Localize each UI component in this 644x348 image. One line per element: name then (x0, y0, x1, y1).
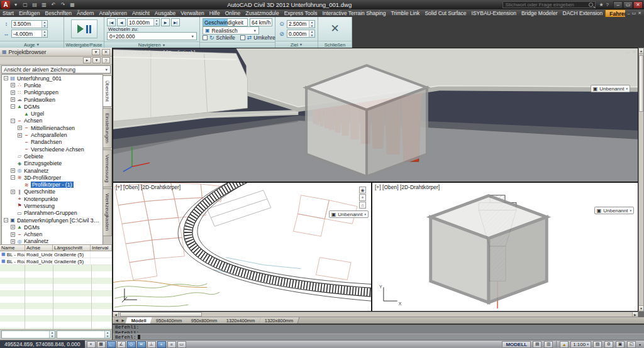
menu-tab-start[interactable]: Start (0, 9, 16, 17)
menu-tab-isybau-extension[interactable]: ISYBAU-Extension (469, 9, 519, 17)
tree-item-dgms[interactable]: +▲DGMs (2, 224, 103, 231)
annotation-scale-button[interactable]: 1:100▾ (570, 341, 591, 348)
step-back-button[interactable]: ◀ (117, 18, 126, 26)
table-row[interactable]: ▦BL - Road_IRoad_UnderpGradiente (5) (0, 251, 112, 258)
open-file-icon[interactable]: ▤ (31, 2, 38, 8)
viewcube-icon[interactable] (113, 56, 629, 182)
clean-screen-icon[interactable]: ◱ (627, 341, 636, 348)
otrack-icon[interactable]: ≍ (137, 341, 146, 348)
vertical-scrollbar[interactable]: ▲ ▼ (638, 48, 644, 312)
undo-icon[interactable]: ↶ (50, 2, 57, 8)
column-header-name[interactable]: Name (0, 245, 25, 251)
menu-tab-analysieren[interactable]: Analysieren (96, 9, 129, 17)
tree-item-kanalnetz[interactable]: +◎Kanalnetz (2, 238, 103, 244)
tree-item-querschnitte[interactable]: +∥Querschnitte (2, 188, 103, 195)
viewport-minimize-icon[interactable]: ▭ (626, 50, 630, 55)
navbar-viewport-main[interactable]: ▣ Unbenannt▾ (591, 85, 630, 92)
menu-tab-ansicht[interactable]: Ansicht (130, 9, 152, 17)
layout1-icon[interactable]: ▤ (533, 341, 541, 348)
hscroll-thumb[interactable] (120, 312, 202, 317)
expand-toggle-icon[interactable]: + (11, 232, 15, 237)
skip-end-button[interactable]: ▶| (171, 18, 180, 26)
model-space-button[interactable]: MODELL (502, 341, 531, 348)
tree-item-3d-profilkörper[interactable]: −≋3D-Profilkörper (2, 174, 103, 181)
collapse-all-icon[interactable]: ▸ (83, 57, 91, 63)
column-header-längsschnitt[interactable]: Längsschnitt (53, 245, 91, 251)
dyn-icon[interactable]: + (157, 341, 166, 348)
spinner-arrows-icon[interactable]: ▲▼ (153, 19, 159, 26)
expand-toggle-icon[interactable]: + (11, 225, 15, 229)
menu-tab-bridge-modeler[interactable]: Bridge Modeler (519, 9, 560, 17)
menu-tab-dach-extension[interactable]: DACH Extension (560, 9, 606, 17)
workspace-gear-icon[interactable]: ⚙ (604, 341, 613, 348)
ortho-icon[interactable]: ∟ (107, 341, 116, 348)
tree-item-dgms[interactable]: −▲DGMs (2, 103, 103, 110)
redo-icon[interactable]: ↷ (59, 2, 67, 8)
snap-icon[interactable]: ⌖ (87, 341, 96, 348)
infocenter-search[interactable] (502, 1, 596, 8)
horizontal-scrollbar[interactable]: ◀ ▶ (113, 312, 638, 317)
vscroll-thumb[interactable] (639, 55, 643, 112)
tab-nav-left-icon[interactable]: ◀ (114, 318, 119, 322)
zoom-icon[interactable]: ⌂ (359, 202, 366, 209)
tree-item-urgel[interactable]: ▲Urgel (2, 110, 103, 117)
station-combo[interactable]: 0+200.000▼ (107, 32, 197, 40)
tree-item-vermessung[interactable]: ⚑Vermessung (2, 202, 103, 209)
target-offset-spinner[interactable]: 0.000m ▲▼ (287, 30, 315, 38)
column-header-achse[interactable]: Achse (25, 245, 53, 251)
schleife-checkbox[interactable]: ↻ Schleife (203, 35, 235, 41)
panel-schliessen-label[interactable]: Schließen (318, 41, 352, 48)
dwg-restore-icon[interactable]: ▭ (632, 11, 636, 16)
value-spinner[interactable]: ▲▼ (1, 330, 55, 339)
pan-icon[interactable]: + (359, 194, 366, 201)
menu-tab-verwalten[interactable]: Verwalten (178, 9, 206, 17)
viewport-label[interactable]: [+] [ISO-Ansicht SW] [Realistisch] (116, 50, 195, 56)
annotation-visibility-icon[interactable]: ▧ (593, 341, 602, 348)
menu-tab-einfügen[interactable]: Einfügen (16, 9, 43, 17)
menu-tab-beschriften[interactable]: Beschriften (43, 9, 75, 17)
ducs-icon[interactable]: ⊥ (147, 341, 156, 348)
expand-toggle-icon[interactable]: + (11, 168, 15, 173)
collapse-toggle-icon[interactable]: − (4, 76, 8, 80)
palette-close-icon[interactable]: ✕ (102, 49, 110, 55)
visual-style-combo[interactable]: ▣ Realistisch▼ (203, 26, 259, 35)
menu-tab-ändern[interactable]: Ändern (74, 9, 96, 17)
dwg-minimize-icon[interactable]: – (628, 11, 630, 16)
table-row[interactable]: ▦BL - Road_IRoad_UnderpGradiente (5) (0, 258, 112, 265)
scroll-right-icon[interactable]: ▶ (632, 312, 638, 317)
menu-tab-online[interactable]: Online (223, 9, 243, 17)
viewcube-mini-icon[interactable] (372, 187, 621, 312)
eye-height-spinner[interactable]: 3.500m ▲▼ (11, 20, 48, 28)
new-file-icon[interactable]: ▢ (21, 2, 29, 8)
layout-tab-1320x800mm[interactable]: 1320x800mm (258, 317, 299, 324)
palette-header[interactable]: ▦ Projektbrowser ▾ ✕ (0, 48, 112, 57)
tree-item-randachsen[interactable]: ~Randachsen (2, 139, 103, 146)
spinner-arrows-icon[interactable]: ▲▼ (309, 30, 314, 37)
viewport-label[interactable]: [+] [Oben] [2D-Drahtkörper] (116, 184, 180, 190)
tree-item-einzugsgebiete[interactable]: ◈Einzugsgebiete (2, 160, 103, 167)
tab-nav-right-icon[interactable]: ▶ (120, 318, 126, 322)
palette-help-icon[interactable]: ? (102, 57, 110, 63)
polar-icon[interactable]: ∠ (117, 341, 126, 348)
viewport-label[interactable]: [+] [Oben] [2D-Drahtkörper] (375, 184, 440, 190)
save-file-icon[interactable]: ▥ (40, 2, 48, 8)
skip-start-button[interactable]: |◀ (107, 18, 116, 26)
close-button[interactable]: ✕ (633, 1, 643, 9)
collapse-toggle-icon[interactable]: − (4, 218, 8, 222)
spinner-arrows-icon[interactable]: ▲▼ (42, 21, 47, 28)
minimize-button[interactable]: – (613, 1, 623, 9)
expand-toggle-icon[interactable]: + (11, 190, 15, 194)
exchange-star-icon[interactable]: ★ (599, 2, 603, 8)
tree-item-gebiete[interactable]: ▱Gebiete (2, 153, 103, 160)
expand-all-icon[interactable]: ▾ (92, 57, 101, 63)
tree-item-achsen[interactable]: +~Achsen (2, 231, 103, 238)
tree-item-profilkörper-1[interactable]: ≋Profilkörper - (1) (2, 181, 103, 188)
viewport-elevation[interactable]: Y X [+] [Oben] [2D-Drahtkörper] ▣ Unbena… (372, 182, 638, 312)
viewport-3d[interactable]: [+] [ISO-Ansicht SW] [Realistisch] ▭ ✕ ▣… (113, 48, 638, 182)
tree-item-achsparallelen[interactable]: +~Achsparallelen (2, 131, 103, 138)
lineweight-icon[interactable]: ≡ (167, 341, 176, 348)
tree-item-punktgruppen[interactable]: +∷Punktgruppen (2, 89, 103, 96)
grid-icon[interactable]: ▦ (97, 341, 106, 348)
search-icon[interactable] (589, 3, 593, 7)
command-window[interactable]: Befehl1:Befehl1: Befehl: (113, 324, 644, 340)
